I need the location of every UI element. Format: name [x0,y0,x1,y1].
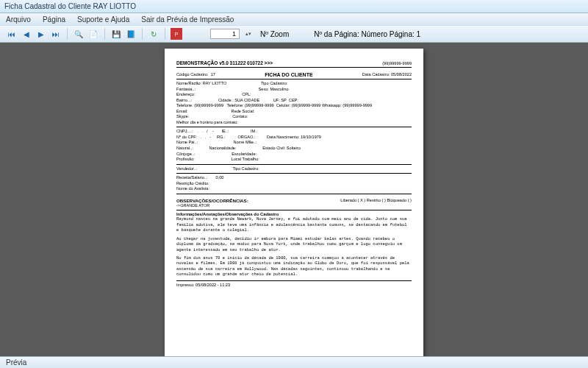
window-title: Ficha Cadastral do Cliente RAY LIOTTO [4,2,136,10]
field-melhor: Melhor dia e horário para contato: [176,120,412,126]
field-natural: Natural..: Nacionalidade: Estado Civil: … [176,146,412,152]
separator [142,28,143,40]
codigo-label: Código Cadastro: [176,72,209,77]
menubar: Arquivo Página Suporte e Ajuda Sair da P… [0,13,588,25]
field-telefone: Telefone: (99)99999-9999 Telefone: (99)9… [176,103,412,109]
field-receita: Receita/Salario..: 0,00 [176,175,412,181]
save-icon[interactable]: 💾 [110,28,122,40]
obs-sub: ->GRANDE ATOR [176,203,412,209]
separator [165,28,165,40]
data-cadastro: Data Cadastro: 05/08/2022 [362,72,412,77]
obs-flags: Liberado ( X ) Restrito ( ) Bloqueado ( … [340,198,412,203]
field-avalista: Nome do Avalista: [176,186,412,192]
refresh-icon[interactable]: ↻ [148,28,159,40]
field-email: Email: Rede Social: [176,109,412,115]
field-fantasia: Fantasia..: Sexo: Masculino [176,87,412,93]
statusbar: Prévia [0,356,588,368]
status-text: Prévia [6,358,26,367]
paragraph-1: Raymond nasceu na grande Newark, Nova Je… [176,216,412,233]
field-bairro: Bairro...: Cidade.: SUA CIDADE UF: SP CE… [176,98,412,104]
copy-icon[interactable]: 📄 [87,28,99,40]
field-conjuge: Cônjuge..: Escolaridade: [176,152,412,158]
field-cnpj: CNPJ....: . . / - IE..: IM.: [176,129,412,135]
menu-arquivo[interactable]: Arquivo [0,15,37,24]
doc-header-phone: (99)99999-9999 [382,61,412,66]
toolbar: ⏮ ◀ ▶ ⏭ 🔍 📄 💾 📘 ↻ P ▴▾ Nº Zoom Nº da Pág… [0,25,588,43]
search-icon[interactable]: 🔍 [73,28,85,40]
paragraph-2: Ao chegar na juventude, decidiu ir embor… [176,236,412,252]
zoom-input[interactable] [210,29,240,39]
field-vendedor: Vendedor..: Tipo Cadastro: [176,166,412,172]
obs-title: OBSERVAÇÕES/OCORRÊNCIAS: [176,198,248,203]
zoom-stepper-icon[interactable]: ▴▾ [243,28,254,40]
print-preview-viewer: DEMONSTRAÇÃO v5.0 311222 010722 >>> (99)… [0,43,588,356]
zoom-label: Nº Zoom [260,30,289,38]
paragraph-3: No fim dos anos 70 e início da década de… [176,255,412,277]
prev-page-icon[interactable]: ◀ [21,28,32,40]
doc-header-title: DEMONSTRAÇÃO v5.0 311222 010722 >>> [176,60,273,66]
preview-page: DEMONSTRAÇÃO v5.0 311222 010722 >>> (99)… [165,49,423,356]
field-skype: Skype: Contato: [176,114,412,120]
field-profissao: Profissão: Local Trabalho: [176,157,412,163]
next-page-icon[interactable]: ▶ [35,28,47,40]
codigo-value: 17 [211,72,215,77]
doc-icon[interactable]: 📘 [125,28,137,40]
menu-suporte[interactable]: Suporte e Ajuda [71,15,135,24]
separator [67,28,68,40]
pdf-icon[interactable]: P [171,28,182,40]
window-titlebar: Ficha Cadastral do Cliente RAY LIOTTO [0,0,588,13]
field-restricao: Restrição Crédito: [176,181,412,187]
field-cpf: Nº do CPF: . . - RG.: ORGAO.: Data Nasci… [176,135,412,141]
ficha-title: FICHA DO CLIENTE [265,72,312,77]
separator [104,28,105,40]
field-pai: Nome Pai..: Nome Mãe..: [176,140,412,146]
field-endereco: Endereço: CPL: [176,92,412,98]
first-page-icon[interactable]: ⏮ [6,28,18,40]
menu-sair[interactable]: Sair da Prévia de Impressão [135,15,240,24]
menu-pagina[interactable]: Página [37,15,71,24]
last-page-icon[interactable]: ⏭ [50,28,62,40]
field-nome: Nome/Razão: RAY LIOTTO Tipo Cadastro: [176,81,412,87]
page-number-label: Nº da Página: Número Página: 1 [314,30,420,38]
impresso: Impresso: 05/08/2022 - 11:23 [176,283,412,289]
